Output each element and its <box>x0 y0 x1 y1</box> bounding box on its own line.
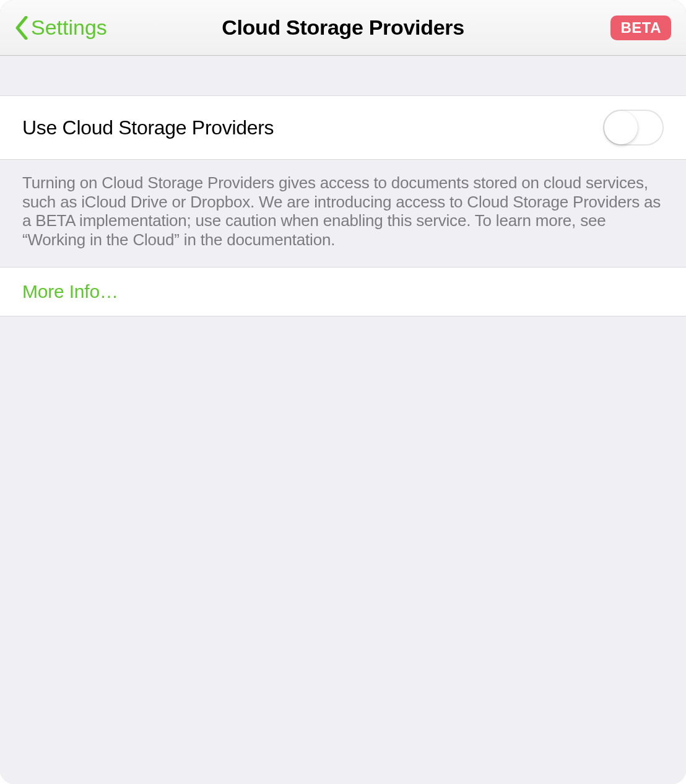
toggle-knob <box>604 111 638 144</box>
toggle-row: Use Cloud Storage Providers <box>0 95 686 160</box>
page-title: Cloud Storage Providers <box>222 15 464 40</box>
more-info-row[interactable]: More Info… <box>0 267 686 316</box>
toggle-label: Use Cloud Storage Providers <box>22 116 274 139</box>
back-label: Settings <box>31 15 107 40</box>
chevron-left-icon <box>15 16 28 40</box>
header-bar: Settings Cloud Storage Providers BETA <box>0 0 686 56</box>
more-info-label: More Info… <box>22 281 118 302</box>
settings-panel: Settings Cloud Storage Providers BETA Us… <box>0 0 686 784</box>
spacer <box>0 56 686 95</box>
back-button[interactable]: Settings <box>15 15 107 40</box>
content-area: Use Cloud Storage Providers Turning on C… <box>0 56 686 784</box>
beta-badge: BETA <box>610 15 671 40</box>
cloud-storage-toggle[interactable] <box>603 110 664 146</box>
description-text: Turning on Cloud Storage Providers gives… <box>0 160 686 267</box>
